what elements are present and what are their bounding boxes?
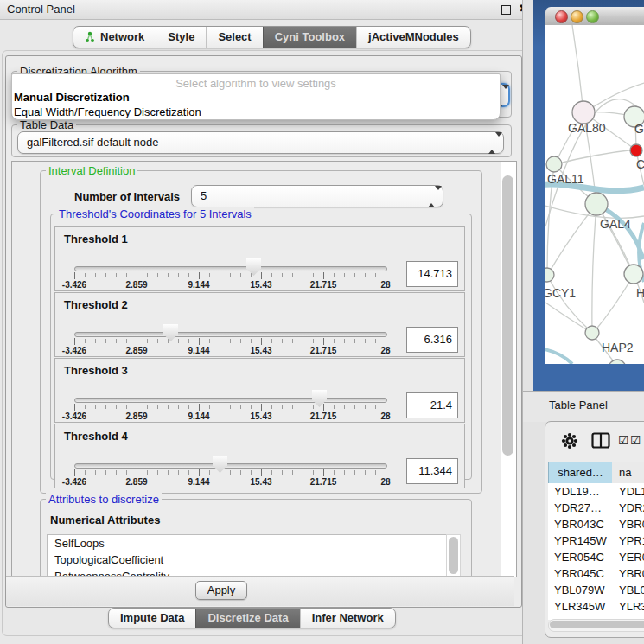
slider-major-tick — [199, 338, 200, 345]
tab-style[interactable]: Style — [156, 27, 206, 48]
numerical-attributes-list[interactable]: SelfLoops TopologicalCoefficient Between… — [47, 534, 448, 577]
table-data-group-title: Table Data — [17, 118, 76, 131]
threshold-1-value-field[interactable]: 14.713 — [406, 261, 458, 287]
network-window-titlebar[interactable] — [545, 7, 644, 26]
tab-impute-data-label: Impute Data — [120, 609, 184, 628]
node-partial-bottom[interactable] — [609, 360, 626, 364]
slider-minor-ticks — [74, 339, 387, 343]
tab-infer-network-label: Infer Network — [312, 609, 384, 628]
label-partial-c: C — [636, 157, 644, 171]
node-gcy1[interactable] — [545, 268, 554, 282]
node-hap2[interactable] — [585, 326, 599, 340]
algorithm-dropdown-popup: Select algorithm to view settings Manual… — [11, 73, 501, 120]
threshold-4-slider-track[interactable] — [74, 463, 387, 469]
threshold-1-label: Threshold 1 — [64, 233, 128, 245]
table-row[interactable]: YDR27…YDR2 — [548, 500, 644, 516]
list-item-topologicalcoefficient[interactable]: TopologicalCoefficient — [48, 552, 447, 568]
table-row[interactable]: YBR045CYBR0 — [548, 565, 644, 582]
list-scrollbar-thumb[interactable] — [449, 537, 458, 574]
tab-discretize-data[interactable]: Discretize Data — [195, 609, 299, 628]
list-item-selfloops[interactable]: SelfLoops — [48, 535, 447, 552]
threshold-3-value-field[interactable]: 21.4 — [406, 392, 458, 418]
slider-major-tick — [261, 272, 262, 279]
network-canvas[interactable]: GAL80 G C GAL11 GAL4 GCY1 H HAP2 — [545, 25, 644, 364]
label-gal4: GAL4 — [600, 217, 631, 231]
tab-discretize-data-label: Discretize Data — [207, 609, 288, 628]
float-window-icon[interactable] — [501, 5, 511, 15]
dropdown-option-manual[interactable]: Manual Discretization — [14, 91, 130, 104]
slider-minor-ticks — [74, 405, 387, 409]
column-layout-icon[interactable] — [591, 432, 610, 449]
apply-button[interactable]: Apply — [195, 581, 247, 600]
close-traffic-light-icon[interactable] — [555, 10, 568, 23]
threshold-2-value-field[interactable]: 6.316 — [406, 327, 458, 353]
node-red-selected[interactable] — [630, 144, 642, 156]
table-panel-header: Table Panel — [523, 391, 644, 422]
threshold-2-label: Threshold 2 — [64, 298, 128, 311]
node-gal4[interactable] — [585, 193, 608, 215]
table-row[interactable]: YBR043CYBR0 — [548, 516, 644, 532]
tab-infer-network[interactable]: Infer Network — [300, 609, 395, 628]
tick-label: -3.426 — [48, 477, 100, 487]
table-row[interactable]: YLR345WYLR3 — [548, 598, 644, 615]
label-hap2: HAP2 — [602, 341, 634, 354]
table-data-combobox[interactable]: galFiltered.sif default node — [17, 131, 504, 154]
cell-name: YLR3 — [619, 598, 644, 615]
tick-label: 21.715 — [297, 411, 349, 421]
zoom-traffic-light-icon[interactable] — [586, 10, 599, 23]
num-intervals-label: Number of Intervals — [74, 190, 180, 203]
gear-icon[interactable] — [560, 431, 579, 450]
tick-label: 21.715 — [297, 280, 349, 290]
slider-major-tick — [137, 469, 137, 476]
tab-network-label: Network — [100, 27, 144, 48]
cell-name: YBR0 — [619, 565, 644, 582]
scrollpane-scrollbar-track[interactable] — [501, 162, 516, 577]
threshold-1-slider-track[interactable] — [74, 266, 387, 271]
column-header-shared[interactable]: shared… — [548, 462, 613, 484]
thresholds-group-title: Threshold's Coordinates for 5 Intervals — [56, 207, 254, 220]
node-partial-mid-right[interactable] — [624, 265, 643, 284]
dropdown-option-equal-width[interactable]: Equal Width/Frequency Discretization — [14, 105, 201, 118]
tab-jactivemnodules[interactable]: jActiveMNodules — [356, 27, 470, 48]
checkbox-icon[interactable]: ☑ — [630, 433, 641, 447]
slider-major-tick — [137, 404, 137, 411]
tab-select[interactable]: Select — [206, 27, 262, 48]
table-row[interactable]: YDL19…YDL1 — [548, 483, 644, 500]
label-gcy1: GCY1 — [545, 286, 576, 300]
bottom-tabbar: Impute Data Discretize Data Infer Networ… — [108, 608, 396, 628]
table-row[interactable]: YBL079WYBL0 — [548, 582, 644, 598]
threshold-4-panel: Threshold 4 -3.426 2.859 9.144 15.43 21.… — [54, 424, 465, 488]
threshold-3-slider-track[interactable] — [74, 398, 387, 403]
scrollpane-scrollbar-thumb[interactable] — [502, 175, 513, 456]
minimize-traffic-light-icon[interactable] — [571, 10, 583, 23]
app-root: Control Panel ✖ Network Style Select Cyn… — [0, 0, 644, 644]
checkbox-icon[interactable]: ☑ — [618, 433, 629, 447]
node-gal11[interactable] — [546, 156, 562, 172]
threshold-3-label: Threshold 3 — [64, 364, 128, 377]
slider-major-tick — [261, 404, 262, 411]
slider-major-tick — [323, 469, 324, 476]
top-tabbar: Network Style Select Cyni Toolbox jActiv… — [73, 26, 471, 48]
tick-label: 15.43 — [235, 346, 287, 355]
tab-cyni-toolbox[interactable]: Cyni Toolbox — [263, 27, 356, 48]
table-row[interactable]: YPR145WYPR1 — [548, 532, 644, 549]
slider-major-tick — [323, 404, 324, 411]
threshold-4-value-field[interactable]: 11.344 — [406, 458, 458, 484]
table-hscrollbar-thumb[interactable] — [550, 621, 644, 628]
tick-label: 15.43 — [235, 411, 287, 421]
tab-network[interactable]: Network — [73, 27, 156, 48]
column-header-name[interactable]: na — [612, 462, 644, 484]
cell-shared-name: YPR145W — [554, 532, 607, 549]
tick-label: 28 — [360, 411, 411, 421]
cell-name: YDL1 — [619, 483, 644, 500]
num-intervals-combobox[interactable]: 5 — [191, 185, 443, 207]
list-scrollbar-track[interactable] — [446, 534, 461, 577]
table-data-selected-value: galFiltered.sif default node — [27, 132, 158, 153]
tab-jactivemnodules-label: jActiveMNodules — [368, 27, 459, 48]
slider-major-tick — [261, 338, 262, 345]
tick-label: 15.43 — [235, 477, 287, 487]
threshold-2-slider-track[interactable] — [74, 332, 387, 337]
table-row[interactable]: YER054CYER0 — [548, 549, 644, 565]
tab-impute-data[interactable]: Impute Data — [109, 609, 195, 628]
table-hscrollbar-track[interactable] — [548, 619, 644, 632]
